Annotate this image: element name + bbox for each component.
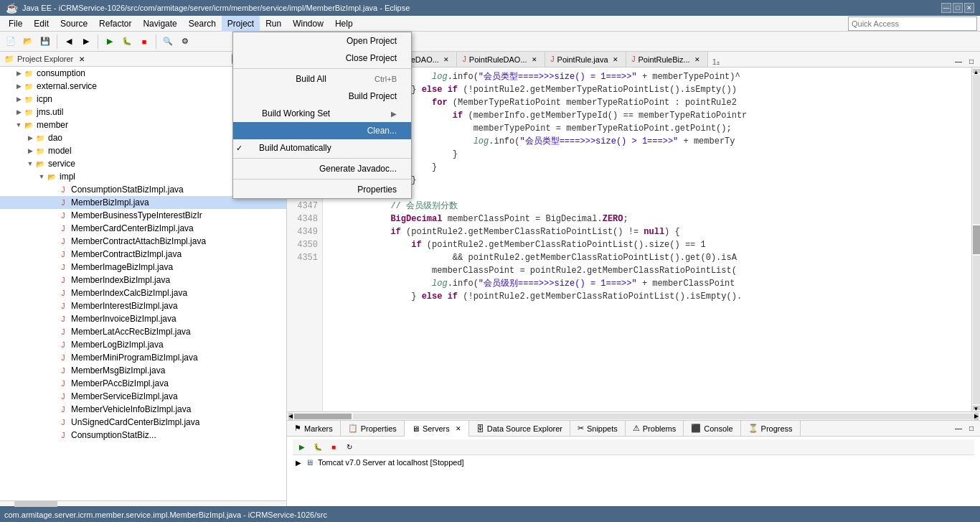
tree-item-mca[interactable]: ▶ J MemberContractAttachBizImpl.java bbox=[0, 235, 286, 248]
code-content[interactable]: log.info("会员类型====>>>size() = 1===>>" + … bbox=[323, 67, 971, 411]
maximize-button[interactable]: □ bbox=[953, 3, 963, 13]
tree-label: MemberLatAccRecBizImpl.java bbox=[71, 327, 191, 337]
tab-markers[interactable]: ⚑ Markers bbox=[287, 421, 341, 437]
tree-item-cstat2[interactable]: ▶ J ConsumptionStatBiz... bbox=[0, 429, 286, 442]
menu-generate-javadoc[interactable]: Generate Javadoc... bbox=[233, 160, 411, 177]
menu-navigate[interactable]: Navigate bbox=[137, 16, 182, 32]
editor-min-btn[interactable]: — bbox=[953, 55, 964, 67]
menu-help[interactable]: Help bbox=[329, 16, 359, 32]
tree-item-mlar[interactable]: ▶ J MemberLatAccRecBizImpl.java bbox=[0, 325, 286, 338]
close-button[interactable]: ✕ bbox=[964, 3, 974, 13]
tree-label: ConsumptionStatBizImpl.java bbox=[71, 185, 184, 195]
server-reload-btn[interactable]: ↻ bbox=[343, 441, 356, 454]
tree-item-mlog[interactable]: ▶ J MemberLogBizImpl.java bbox=[0, 338, 286, 351]
tab-problems[interactable]: ⚠ Problems bbox=[626, 421, 684, 437]
menu-run[interactable]: Run bbox=[260, 16, 287, 32]
tree-item-mvehicle[interactable]: ▶ J MemberVehicleInfoBizImpl.java bbox=[0, 403, 286, 416]
menu-open-project[interactable]: Open Project bbox=[233, 32, 411, 50]
tree-item-mmini[interactable]: ▶ J MemberMiniProgramBizImpl.java bbox=[0, 351, 286, 364]
menu-build-auto[interactable]: ✓ Build Automatically bbox=[233, 139, 411, 157]
tab-console[interactable]: ⬛ Console bbox=[684, 421, 740, 437]
toolbar-forward[interactable]: ▶ bbox=[78, 34, 94, 50]
folder-icon-dao: 📁 bbox=[34, 132, 46, 144]
menu-file[interactable]: File bbox=[3, 16, 28, 32]
tree-item-minv[interactable]: ▶ J MemberInvoiceBizImpl.java bbox=[0, 312, 286, 325]
tab-properties[interactable]: 📋 Properties bbox=[341, 421, 405, 437]
tree-item-mccard[interactable]: ▶ J MemberCardCenterBizImpl.java bbox=[0, 222, 286, 235]
bottom-panel-min[interactable]: — bbox=[953, 423, 964, 434]
check-open bbox=[248, 37, 259, 45]
server-expand[interactable]: ▶ bbox=[296, 459, 301, 467]
menu-properties[interactable]: Properties bbox=[233, 181, 411, 198]
tree-item-mbti[interactable]: ▶ J MemberBusinessTypeInterestBizIr bbox=[0, 209, 286, 222]
server-debug-btn[interactable]: 🐛 bbox=[311, 441, 324, 454]
tab-snippets[interactable]: ✂ Snippets bbox=[570, 421, 626, 437]
toolbar-debug[interactable]: 🐛 bbox=[119, 34, 135, 50]
tab-pointrulebiz2[interactable]: J PointRuleBiz... ✕ bbox=[626, 52, 708, 67]
menu-edit[interactable]: Edit bbox=[28, 16, 55, 32]
toolbar-stop[interactable]: ■ bbox=[136, 34, 152, 50]
server-stop-btn[interactable]: ■ bbox=[327, 441, 340, 454]
minimize-button[interactable]: — bbox=[941, 3, 951, 13]
tab-pointrulejava[interactable]: J PointRule.java ✕ bbox=[545, 52, 626, 67]
explorer-icon: 📁 bbox=[4, 55, 14, 64]
menu-build-project[interactable]: Build Project bbox=[233, 88, 411, 105]
arrow-consumption: ▶ bbox=[14, 70, 23, 77]
tab-pointruledao2[interactable]: J PointRuleDAO... ✕ bbox=[457, 52, 545, 67]
markers-icon: ⚑ bbox=[294, 424, 301, 433]
explorer-close[interactable]: ✕ bbox=[79, 55, 85, 63]
tab-overflow[interactable]: 1₂ bbox=[708, 57, 724, 67]
toolbar-open[interactable]: 📂 bbox=[20, 34, 36, 50]
java-icon-unsign: J bbox=[57, 416, 69, 428]
server-start-btn[interactable]: ▶ bbox=[296, 441, 308, 454]
toolbar-new[interactable]: 📄 bbox=[3, 34, 19, 50]
quick-access-input[interactable] bbox=[848, 17, 977, 31]
tree-item-mi[interactable]: ▶ J MemberImageBizImpl.java bbox=[0, 261, 286, 274]
bottom-panel-max[interactable]: □ bbox=[966, 423, 977, 434]
tree-item-mmsg[interactable]: ▶ J MemberMsgBizImpl.java bbox=[0, 364, 286, 377]
menu-close-project[interactable]: Close Project bbox=[233, 50, 411, 67]
tab-close-4[interactable]: ✕ bbox=[611, 55, 620, 64]
editor-hscroll[interactable]: ◀ ▶ bbox=[287, 411, 980, 420]
tree-item-msvc[interactable]: ▶ J MemberServiceBizImpl.java bbox=[0, 390, 286, 403]
editor-max-btn[interactable]: □ bbox=[966, 55, 977, 67]
tab-close-3[interactable]: ✕ bbox=[530, 55, 539, 64]
menu-refactor[interactable]: Refactor bbox=[93, 16, 137, 32]
tab-progress-label: Progress bbox=[761, 424, 793, 433]
tree-item-micb[interactable]: ▶ J MemberIndexCalcBizImpl.java bbox=[0, 286, 286, 299]
tab-close-2[interactable]: ✕ bbox=[442, 55, 451, 64]
servers-close[interactable]: ✕ bbox=[456, 425, 461, 432]
tree-item-mib[interactable]: ▶ J MemberIndexBizImpl.java bbox=[0, 274, 286, 286]
menu-source[interactable]: Source bbox=[55, 16, 93, 32]
toolbar-settings[interactable]: ⚙ bbox=[177, 34, 193, 50]
tab-progress[interactable]: ⏳ Progress bbox=[741, 421, 801, 437]
tab-close-5[interactable]: ✕ bbox=[693, 55, 702, 64]
tree-label: UnSignedCardCenterBizImpl.java bbox=[71, 417, 199, 427]
tree-item-mc[interactable]: ▶ J MemberContractBizImpl.java bbox=[0, 248, 286, 261]
java-icon-minterest: J bbox=[57, 300, 69, 312]
toolbar-search[interactable]: 🔍 bbox=[160, 34, 176, 50]
menu-search[interactable]: Search bbox=[183, 16, 222, 32]
menu-build-working-set[interactable]: Build Working Set ▶ bbox=[233, 105, 411, 122]
menu-project[interactable]: Project bbox=[222, 16, 260, 32]
toolbar-run[interactable]: ▶ bbox=[102, 34, 118, 50]
editor-vscroll[interactable]: ▲ ▼ bbox=[971, 67, 980, 411]
menu-window[interactable]: Window bbox=[287, 16, 329, 32]
check-ba bbox=[248, 75, 259, 83]
toolbar-save[interactable]: 💾 bbox=[37, 34, 53, 50]
tree-label: MemberContractAttachBizImpl.java bbox=[71, 236, 206, 246]
tree-item-minterest[interactable]: ▶ J MemberInterestBizImpl.java bbox=[0, 299, 286, 312]
java-icon-cs: J bbox=[57, 184, 69, 195]
toolbar-back[interactable]: ◀ bbox=[61, 34, 77, 50]
title-bar-controls: — □ ✕ bbox=[941, 3, 974, 13]
tab-label5: PointRuleBiz... bbox=[639, 55, 690, 64]
tree-label: icpn bbox=[37, 94, 52, 104]
tab-servers[interactable]: 🖥 Servers ✕ bbox=[405, 421, 469, 437]
menu-clean[interactable]: Clean... bbox=[233, 122, 411, 139]
tree-item-unsign[interactable]: ▶ J UnSignedCardCenterBizImpl.java bbox=[0, 416, 286, 429]
sidebar-hscroll[interactable] bbox=[0, 500, 286, 506]
arrow-dao: ▶ bbox=[26, 134, 34, 141]
tree-item-mpacc[interactable]: ▶ J MemberPAccBizImpl.java bbox=[0, 377, 286, 390]
menu-build-all[interactable]: Build All Ctrl+B bbox=[233, 70, 411, 88]
tab-datasource[interactable]: 🗄 Data Source Explorer bbox=[469, 421, 570, 437]
